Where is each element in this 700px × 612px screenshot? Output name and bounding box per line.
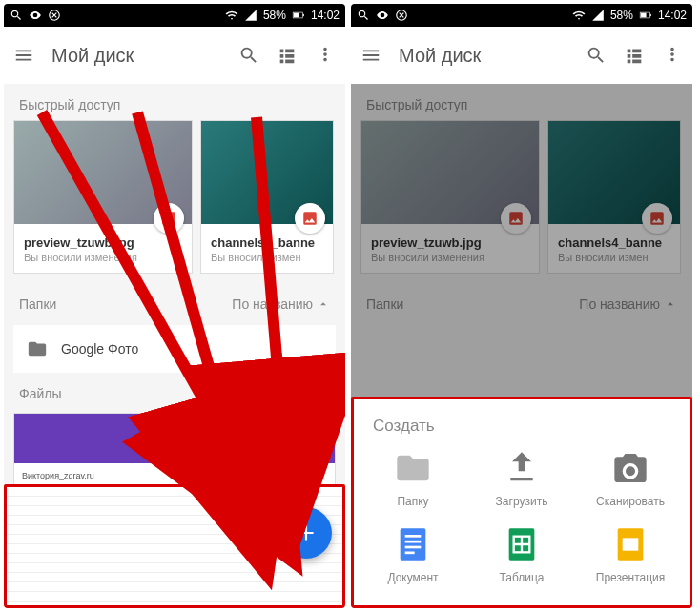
search-button[interactable] [238, 45, 259, 66]
battery-pct: 58% [263, 9, 286, 22]
wifi-icon [572, 9, 586, 22]
docs-icon [394, 525, 432, 563]
create-upload-option[interactable]: Загрузить [470, 449, 573, 508]
battery-icon [639, 9, 652, 22]
phone-left: 58% 14:02 Мой диск Быстрый доступ previe… [4, 4, 345, 608]
create-title: Создать [361, 413, 682, 449]
status-bar: 58% 14:02 [4, 4, 345, 27]
more-button[interactable] [662, 45, 683, 66]
view-list-button[interactable] [277, 45, 298, 66]
create-docs-option[interactable]: Документ [361, 525, 464, 584]
image-badge-icon [295, 203, 325, 234]
sync-icon [48, 9, 61, 22]
view-list-button[interactable] [624, 45, 645, 66]
folder-icon [27, 338, 48, 359]
search-button[interactable] [586, 45, 607, 66]
svg-rect-19 [303, 14, 304, 16]
slides-icon [611, 525, 649, 563]
sync-icon [395, 9, 408, 22]
sheets-icon [503, 525, 541, 563]
page-title: Мой диск [399, 45, 568, 67]
folder-name: Google Фото [61, 341, 138, 357]
menu-button[interactable] [360, 45, 381, 66]
upload-icon [503, 449, 541, 487]
signal-icon [591, 9, 605, 22]
menu-button[interactable] [13, 45, 34, 66]
svg-rect-24 [641, 13, 647, 18]
status-icon [10, 9, 23, 22]
folder-icon [394, 449, 432, 487]
fab-create-button[interactable] [280, 507, 332, 559]
app-bar: Мой диск [351, 27, 692, 84]
create-folder-option[interactable]: Папку [361, 449, 464, 508]
quick-access-label: Быстрый доступ [4, 84, 345, 120]
quick-card-sub: Вы вносили измен [201, 250, 333, 273]
wifi-icon [225, 9, 238, 22]
sort-button[interactable]: По названию [232, 296, 330, 312]
phone-right: 58% 14:02 Мой диск Быстрый доступ previe… [351, 4, 692, 608]
page-title: Мой диск [51, 45, 221, 67]
quick-card[interactable]: preview_tzuwb.jpg Вы вносили изменения [13, 120, 193, 274]
folders-label: Папки [19, 296, 56, 312]
image-badge-icon [154, 203, 184, 234]
status-bar: 58% 14:02 [351, 4, 692, 27]
clock: 14:02 [658, 9, 687, 22]
eye-icon [29, 9, 42, 22]
battery-pct: 58% [610, 9, 633, 22]
plus-icon [294, 520, 319, 545]
create-sheet: Создать Папку Загрузить Сканировать [351, 397, 692, 608]
quick-card-sub: Вы вносили изменения [14, 250, 192, 273]
svg-rect-25 [650, 14, 651, 16]
files-label: Файлы [4, 373, 345, 409]
battery-icon [292, 9, 305, 22]
create-scan-option[interactable]: Сканировать [579, 449, 682, 508]
app-bar: Мой диск [4, 27, 345, 84]
signal-icon [244, 9, 257, 22]
clock: 14:02 [311, 9, 340, 22]
folder-row[interactable]: Google Фото [13, 325, 336, 373]
quick-card[interactable]: channels4_banne Вы вносили измен [200, 120, 334, 274]
create-sheets-option[interactable]: Таблица [470, 525, 573, 584]
svg-rect-18 [294, 13, 299, 18]
eye-icon [376, 9, 389, 22]
camera-icon [611, 449, 649, 487]
status-icon [357, 9, 370, 22]
create-slides-option[interactable]: Презентация [579, 525, 682, 584]
more-button[interactable] [315, 45, 336, 66]
